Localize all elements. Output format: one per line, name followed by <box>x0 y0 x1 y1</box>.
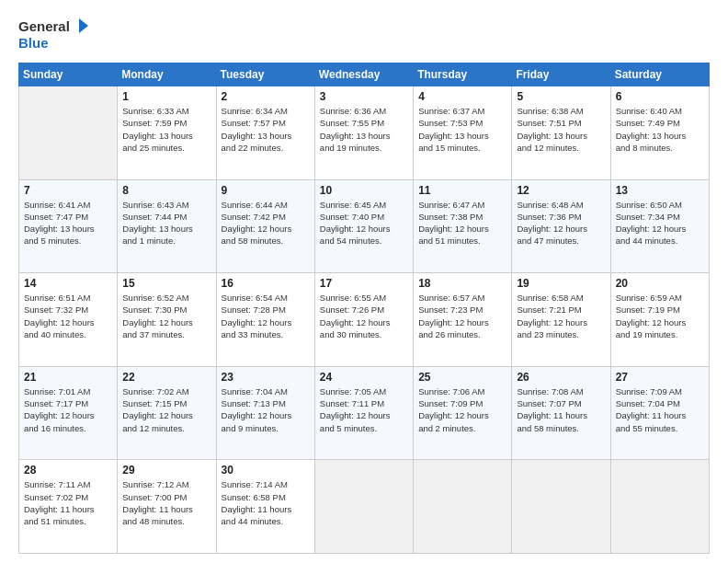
week-row-3: 14Sunrise: 6:51 AM Sunset: 7:32 PM Dayli… <box>19 273 710 367</box>
day-number: 20 <box>616 277 704 290</box>
day-number: 21 <box>24 371 112 384</box>
day-info: Sunrise: 6:48 AM Sunset: 7:36 PM Dayligh… <box>517 199 605 247</box>
day-info: Sunrise: 6:57 AM Sunset: 7:23 PM Dayligh… <box>418 292 506 340</box>
table-row: 5Sunrise: 6:38 AM Sunset: 7:51 PM Daylig… <box>512 86 610 180</box>
col-sunday: Sunday <box>19 63 118 86</box>
table-row: 14Sunrise: 6:51 AM Sunset: 7:32 PM Dayli… <box>19 273 118 367</box>
table-row: 9Sunrise: 6:44 AM Sunset: 7:42 PM Daylig… <box>216 179 314 273</box>
day-info: Sunrise: 6:45 AM Sunset: 7:40 PM Dayligh… <box>320 199 408 247</box>
col-thursday: Thursday <box>414 63 512 86</box>
day-number: 23 <box>222 371 310 384</box>
table-row: 11Sunrise: 6:47 AM Sunset: 7:38 PM Dayli… <box>414 179 512 273</box>
day-info: Sunrise: 6:40 AM Sunset: 7:49 PM Dayligh… <box>616 105 704 154</box>
day-info: Sunrise: 7:14 AM Sunset: 6:58 PM Dayligh… <box>222 478 310 527</box>
day-number: 10 <box>320 184 408 197</box>
week-row-2: 7Sunrise: 6:41 AM Sunset: 7:47 PM Daylig… <box>19 179 710 273</box>
day-number: 2 <box>222 90 310 103</box>
day-number: 30 <box>222 464 310 477</box>
day-info: Sunrise: 6:37 AM Sunset: 7:53 PM Dayligh… <box>418 105 506 154</box>
day-info: Sunrise: 7:08 AM Sunset: 7:07 PM Dayligh… <box>517 385 605 434</box>
table-row: 23Sunrise: 7:04 AM Sunset: 7:13 PM Dayli… <box>216 366 314 460</box>
col-saturday: Saturday <box>610 63 709 86</box>
svg-marker-2 <box>79 18 88 33</box>
table-row <box>19 86 118 180</box>
day-number: 11 <box>418 184 506 197</box>
week-row-5: 28Sunrise: 7:11 AM Sunset: 7:02 PM Dayli… <box>19 460 710 554</box>
day-number: 15 <box>122 277 210 290</box>
day-info: Sunrise: 6:41 AM Sunset: 7:47 PM Dayligh… <box>24 199 112 247</box>
day-info: Sunrise: 6:54 AM Sunset: 7:28 PM Dayligh… <box>222 292 310 340</box>
col-tuesday: Tuesday <box>216 63 314 86</box>
table-row: 24Sunrise: 7:05 AM Sunset: 7:11 PM Dayli… <box>314 366 413 460</box>
day-number: 5 <box>517 90 605 103</box>
day-info: Sunrise: 6:47 AM Sunset: 7:38 PM Dayligh… <box>418 199 506 247</box>
day-number: 14 <box>24 277 112 290</box>
table-row: 17Sunrise: 6:55 AM Sunset: 7:26 PM Dayli… <box>314 273 413 367</box>
day-number: 25 <box>418 371 506 384</box>
logo-icon: General Blue <box>18 17 92 53</box>
day-number: 26 <box>517 371 605 384</box>
table-row: 30Sunrise: 7:14 AM Sunset: 6:58 PM Dayli… <box>216 460 314 554</box>
day-number: 22 <box>122 371 210 384</box>
table-row <box>414 460 512 554</box>
day-info: Sunrise: 6:55 AM Sunset: 7:26 PM Dayligh… <box>320 292 408 340</box>
table-row: 6Sunrise: 6:40 AM Sunset: 7:49 PM Daylig… <box>610 86 709 180</box>
day-number: 6 <box>616 90 704 103</box>
table-row: 1Sunrise: 6:33 AM Sunset: 7:59 PM Daylig… <box>118 86 216 180</box>
table-row: 25Sunrise: 7:06 AM Sunset: 7:09 PM Dayli… <box>414 366 512 460</box>
table-row: 15Sunrise: 6:52 AM Sunset: 7:30 PM Dayli… <box>118 273 216 367</box>
table-row <box>314 460 413 554</box>
day-info: Sunrise: 6:33 AM Sunset: 7:59 PM Dayligh… <box>122 105 210 154</box>
day-number: 19 <box>517 277 605 290</box>
day-number: 1 <box>122 90 210 103</box>
col-monday: Monday <box>118 63 216 86</box>
table-row: 22Sunrise: 7:02 AM Sunset: 7:15 PM Dayli… <box>118 366 216 460</box>
day-info: Sunrise: 7:02 AM Sunset: 7:15 PM Dayligh… <box>122 385 210 434</box>
table-row: 29Sunrise: 7:12 AM Sunset: 7:00 PM Dayli… <box>118 460 216 554</box>
table-row: 8Sunrise: 6:43 AM Sunset: 7:44 PM Daylig… <box>118 179 216 273</box>
col-wednesday: Wednesday <box>314 63 413 86</box>
calendar-header-row: Sunday Monday Tuesday Wednesday Thursday… <box>19 63 710 86</box>
table-row <box>610 460 709 554</box>
day-number: 28 <box>24 464 112 477</box>
day-number: 16 <box>222 277 310 290</box>
table-row: 28Sunrise: 7:11 AM Sunset: 7:02 PM Dayli… <box>19 460 118 554</box>
day-info: Sunrise: 7:06 AM Sunset: 7:09 PM Dayligh… <box>418 385 506 434</box>
day-info: Sunrise: 6:34 AM Sunset: 7:57 PM Dayligh… <box>222 105 310 154</box>
day-number: 27 <box>616 371 704 384</box>
table-row <box>512 460 610 554</box>
calendar-table: Sunday Monday Tuesday Wednesday Thursday… <box>18 63 710 554</box>
table-row: 20Sunrise: 6:59 AM Sunset: 7:19 PM Dayli… <box>610 273 709 367</box>
week-row-1: 1Sunrise: 6:33 AM Sunset: 7:59 PM Daylig… <box>19 86 710 180</box>
day-number: 13 <box>616 184 704 197</box>
day-info: Sunrise: 7:04 AM Sunset: 7:13 PM Dayligh… <box>222 385 310 434</box>
day-info: Sunrise: 7:09 AM Sunset: 7:04 PM Dayligh… <box>616 385 704 434</box>
table-row: 4Sunrise: 6:37 AM Sunset: 7:53 PM Daylig… <box>414 86 512 180</box>
col-friday: Friday <box>512 63 610 86</box>
day-info: Sunrise: 7:11 AM Sunset: 7:02 PM Dayligh… <box>24 478 112 527</box>
day-number: 9 <box>222 184 310 197</box>
day-info: Sunrise: 6:43 AM Sunset: 7:44 PM Dayligh… <box>122 199 210 247</box>
day-info: Sunrise: 6:50 AM Sunset: 7:34 PM Dayligh… <box>616 199 704 247</box>
table-row: 18Sunrise: 6:57 AM Sunset: 7:23 PM Dayli… <box>414 273 512 367</box>
table-row: 12Sunrise: 6:48 AM Sunset: 7:36 PM Dayli… <box>512 179 610 273</box>
day-info: Sunrise: 7:01 AM Sunset: 7:17 PM Dayligh… <box>24 385 112 434</box>
table-row: 3Sunrise: 6:36 AM Sunset: 7:55 PM Daylig… <box>314 86 413 180</box>
day-number: 3 <box>320 90 408 103</box>
table-row: 13Sunrise: 6:50 AM Sunset: 7:34 PM Dayli… <box>610 179 709 273</box>
day-number: 8 <box>122 184 210 197</box>
page: General Blue Sunday Monday Tuesday Wedne… <box>0 0 728 563</box>
week-row-4: 21Sunrise: 7:01 AM Sunset: 7:17 PM Dayli… <box>19 366 710 460</box>
svg-text:Blue: Blue <box>18 35 49 51</box>
day-info: Sunrise: 7:12 AM Sunset: 7:00 PM Dayligh… <box>122 478 210 527</box>
day-number: 18 <box>418 277 506 290</box>
day-number: 24 <box>320 371 408 384</box>
day-info: Sunrise: 6:52 AM Sunset: 7:30 PM Dayligh… <box>122 292 210 340</box>
table-row: 19Sunrise: 6:58 AM Sunset: 7:21 PM Dayli… <box>512 273 610 367</box>
day-info: Sunrise: 6:51 AM Sunset: 7:32 PM Dayligh… <box>24 292 112 340</box>
day-info: Sunrise: 6:36 AM Sunset: 7:55 PM Dayligh… <box>320 105 408 154</box>
day-number: 7 <box>24 184 112 197</box>
day-info: Sunrise: 6:59 AM Sunset: 7:19 PM Dayligh… <box>616 292 704 340</box>
day-info: Sunrise: 6:58 AM Sunset: 7:21 PM Dayligh… <box>517 292 605 340</box>
day-info: Sunrise: 6:44 AM Sunset: 7:42 PM Dayligh… <box>222 199 310 247</box>
